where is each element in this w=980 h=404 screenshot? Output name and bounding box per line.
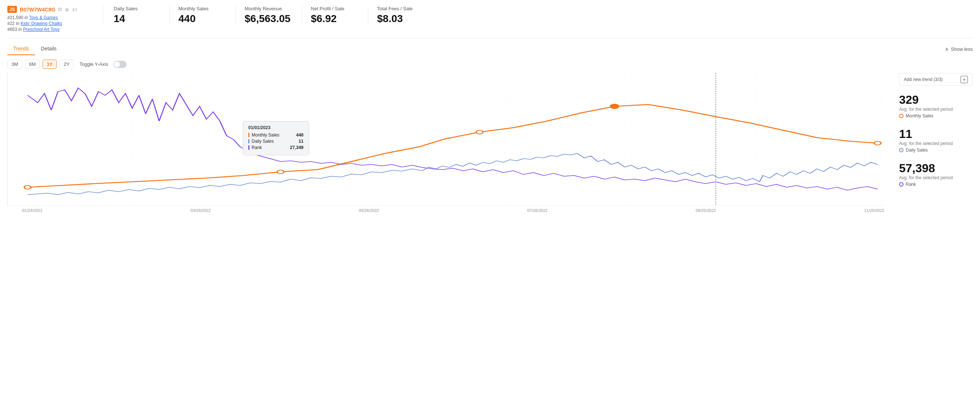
controls-row: 3M 6M 1Y 2Y Toggle Y-Axis xyxy=(7,60,973,69)
chart-area: 01/01/2023 Monthly Sales 440 Daily Sales xyxy=(7,73,885,213)
stat-monthly-revenue: Monthly Revenue $6,563.05 xyxy=(235,6,302,25)
stat-daily-sales: Daily Sales 14 xyxy=(103,6,169,25)
metric-rank: 57,398 Avg. for the selected period Rank xyxy=(899,162,973,187)
period-1y-button[interactable]: 1Y xyxy=(43,60,57,69)
toggle-y-axis-label: Toggle Y-Axis xyxy=(80,62,108,67)
metric-monthly-sales: 329 Avg. for the selected period Monthly… xyxy=(899,93,973,118)
toggle-y-axis-switch[interactable] xyxy=(113,61,127,68)
period-2y-button[interactable]: 2Y xyxy=(60,60,73,69)
rank-preschool-art: #653 in Preschool Art Toys xyxy=(7,27,95,32)
svg-point-4 xyxy=(277,170,284,174)
product-info: JS B07W7W4C8G ⧉ ⊕ 🏷 #21,590 in Toys & Ga… xyxy=(7,6,103,32)
trend-chart[interactable] xyxy=(7,73,885,206)
rank-legend-dot xyxy=(899,182,904,186)
copy-icon[interactable]: ⧉ xyxy=(58,6,62,13)
period-6m-button[interactable]: 6M xyxy=(25,60,40,69)
svg-point-5 xyxy=(476,130,483,134)
tabs: Trends Details xyxy=(7,43,62,55)
period-3m-button[interactable]: 3M xyxy=(7,60,22,69)
product-id: B07W7W4C8G xyxy=(20,6,55,13)
plus-icon[interactable]: ⊕ xyxy=(65,6,69,13)
svg-rect-0 xyxy=(7,73,885,206)
svg-point-3 xyxy=(24,185,31,189)
svg-point-6 xyxy=(610,104,618,108)
daily-sales-legend-dot xyxy=(899,148,904,152)
add-trend-button[interactable]: Add new trend (3/3) + xyxy=(899,73,973,86)
svg-point-7 xyxy=(874,141,881,145)
monthly-sales-legend-dot xyxy=(899,114,904,118)
rank-links: #21,590 in Toys & Games #22 in Kids' Dra… xyxy=(7,15,95,32)
tag-icon[interactable]: 🏷 xyxy=(72,6,77,13)
rank-drawing-chalks: #22 in Kids' Drawing Chalks xyxy=(7,21,95,26)
chart-sidebar: Add new trend (3/3) + 329 Avg. for the s… xyxy=(892,73,973,213)
tab-trends[interactable]: Trends xyxy=(7,43,35,55)
stat-monthly-sales: Monthly Sales 440 xyxy=(169,6,235,25)
chevron-up-icon: ∧ xyxy=(945,46,949,52)
stat-total-fees: Total Fees / Sale $8.03 xyxy=(368,6,434,25)
metric-daily-sales: 11 Avg. for the selected period Daily Sa… xyxy=(899,127,973,153)
show-less-button[interactable]: ∧ Show less xyxy=(945,46,973,52)
x-axis-labels: 01/24/2022 03/26/2022 05/26/2022 07/26/2… xyxy=(7,207,885,213)
tab-details[interactable]: Details xyxy=(35,43,62,55)
js-badge: JS xyxy=(7,6,17,13)
add-trend-plus-icon: + xyxy=(961,76,968,83)
rank-toys-games: #21,590 in Toys & Games xyxy=(7,15,95,20)
stat-net-profit: Net Profit / Sale $6.92 xyxy=(302,6,368,25)
